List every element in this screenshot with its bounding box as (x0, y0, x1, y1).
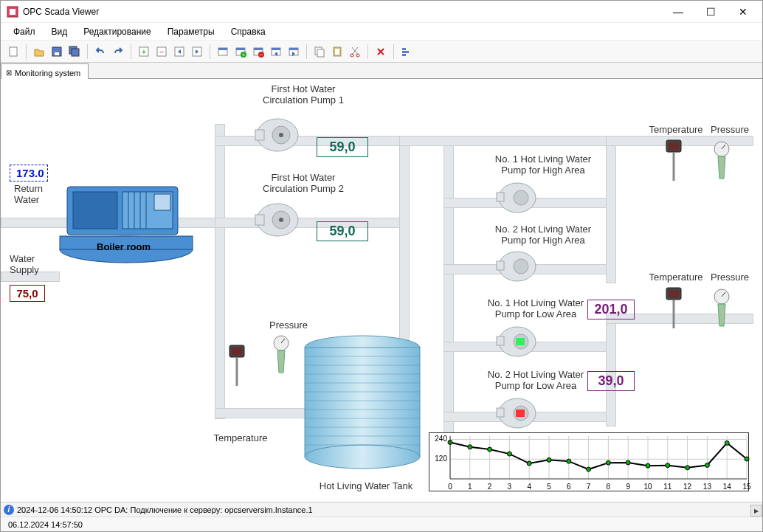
window-left-icon[interactable] (268, 44, 284, 60)
sensor-icon (663, 288, 685, 332)
page-right-icon[interactable] (189, 44, 205, 60)
trend-chart: 1202400123456789101112131415 (429, 432, 749, 491)
svg-point-141 (606, 460, 610, 465)
svg-text:10: 10 (643, 483, 652, 491)
new-icon[interactable] (5, 44, 21, 60)
paste-icon[interactable] (329, 44, 345, 60)
undo-icon[interactable] (92, 44, 108, 60)
svg-rect-82 (497, 336, 504, 345)
svg-text:14: 14 (723, 483, 732, 491)
window-right-icon[interactable] (286, 44, 302, 60)
pressure-label: Pressure (708, 272, 752, 283)
svg-rect-34 (402, 51, 409, 53)
pump-icon (252, 198, 311, 238)
saveall-icon[interactable] (66, 44, 83, 60)
app-icon (7, 6, 18, 18)
svg-rect-49 (255, 130, 264, 140)
svg-point-56 (305, 445, 420, 469)
status-bar: 06.12.2024 14:57:50 (1, 517, 762, 531)
pipe (215, 124, 225, 419)
scroll-right-icon[interactable]: ▶ (750, 505, 762, 517)
pump-small-icon (495, 323, 547, 360)
svg-point-144 (666, 463, 670, 468)
window-icon[interactable] (215, 44, 231, 60)
svg-text:3: 3 (508, 483, 512, 491)
tab-label: Monitoring system (15, 69, 80, 77)
low-pump1-label: No. 1 Hot Living Water Pump for Low Area (484, 297, 587, 319)
delete-icon[interactable] (373, 44, 389, 60)
svg-text:1: 1 (468, 483, 472, 491)
pipe (215, 136, 407, 146)
add-page-icon[interactable]: + (136, 44, 152, 60)
svg-point-140 (587, 467, 591, 471)
temperature-label: Temperature (646, 272, 705, 283)
log-text: 2024-12-06 14:50:12 OPC DA: Подключение … (17, 505, 313, 514)
temperature-label: Temperature (646, 124, 705, 135)
svg-point-146 (705, 463, 709, 467)
svg-point-136 (507, 452, 511, 456)
pump1-value: 59,0 (317, 137, 368, 157)
svg-text:240: 240 (435, 435, 447, 443)
svg-point-147 (725, 441, 729, 445)
tabbar: ⊠ Monitoring system (1, 63, 762, 79)
pump-small-icon (495, 248, 547, 285)
tab-close-icon[interactable]: ⊠ (6, 69, 12, 77)
menu-edit[interactable]: Редактирование (77, 24, 157, 39)
svg-rect-93 (669, 290, 679, 297)
svg-text:15: 15 (742, 483, 751, 491)
pump2-value: 59,0 (317, 221, 368, 241)
high-pump1-label: No. 1 Hot Living Water Pump for High Are… (488, 153, 598, 176)
svg-point-74 (514, 190, 528, 205)
pipe (443, 136, 454, 446)
menu-view[interactable]: Вид (45, 24, 75, 39)
svg-point-139 (567, 459, 571, 463)
minimize-button[interactable]: — (662, 1, 694, 22)
window-title: OPC Scada Viewer (23, 7, 662, 17)
cut-icon[interactable] (347, 44, 363, 60)
copy-icon[interactable] (311, 44, 328, 60)
pump2-label: First Hot Water Circulation Pump 2 (248, 172, 359, 194)
svg-point-142 (626, 460, 630, 465)
menu-file[interactable]: Файл (7, 24, 42, 39)
pipe (215, 218, 407, 228)
pump-small-icon (495, 179, 547, 216)
svg-rect-20 (254, 48, 263, 50)
svg-point-137 (527, 461, 531, 466)
window-add-icon[interactable]: + (232, 44, 249, 60)
high-pump2-label: No. 2 Hot Living Water Pump for High Are… (488, 224, 598, 246)
gauge-icon (711, 140, 733, 184)
svg-rect-55 (305, 348, 420, 457)
close-button[interactable]: ✕ (727, 1, 759, 22)
titlebar: OPC Scada Viewer — ☐ ✕ (1, 1, 762, 23)
tank-label: Hot Living Water Tank (311, 480, 421, 491)
svg-rect-16 (236, 48, 245, 50)
scada-canvas: Boiler room 173.0 Return Water Water Sup… (1, 80, 762, 502)
return-water-label: Return Water (14, 183, 51, 205)
svg-point-148 (745, 457, 749, 461)
info-icon: i (4, 505, 14, 515)
svg-point-77 (514, 259, 528, 274)
svg-point-52 (279, 218, 283, 222)
save-icon[interactable] (49, 44, 65, 60)
redo-icon[interactable] (110, 44, 126, 60)
svg-text:2: 2 (488, 483, 492, 491)
menu-params[interactable]: Параметры (161, 24, 221, 39)
window-remove-icon[interactable]: − (250, 44, 266, 60)
pump1-label: First Hot Water Circulation Pump 1 (248, 83, 359, 106)
open-icon[interactable] (31, 44, 47, 60)
log-bar: i 2024-12-06 14:50:12 OPC DA: Подключени… (1, 502, 762, 517)
svg-rect-14 (218, 48, 227, 50)
remove-page-icon[interactable]: − (153, 44, 170, 60)
pressure-label: Pressure (708, 124, 752, 135)
page-left-icon[interactable] (171, 44, 187, 60)
menubar: Файл Вид Редактирование Параметры Справк… (1, 23, 762, 41)
svg-text:−: − (159, 47, 164, 56)
svg-rect-28 (317, 49, 324, 57)
menu-help[interactable]: Справка (224, 24, 272, 39)
svg-text:120: 120 (435, 455, 447, 463)
align-icon[interactable] (398, 44, 415, 60)
tab-monitoring[interactable]: ⊠ Monitoring system (1, 63, 89, 79)
maximize-button[interactable]: ☐ (694, 1, 727, 22)
svg-text:+: + (142, 47, 146, 56)
svg-rect-37 (73, 192, 117, 229)
